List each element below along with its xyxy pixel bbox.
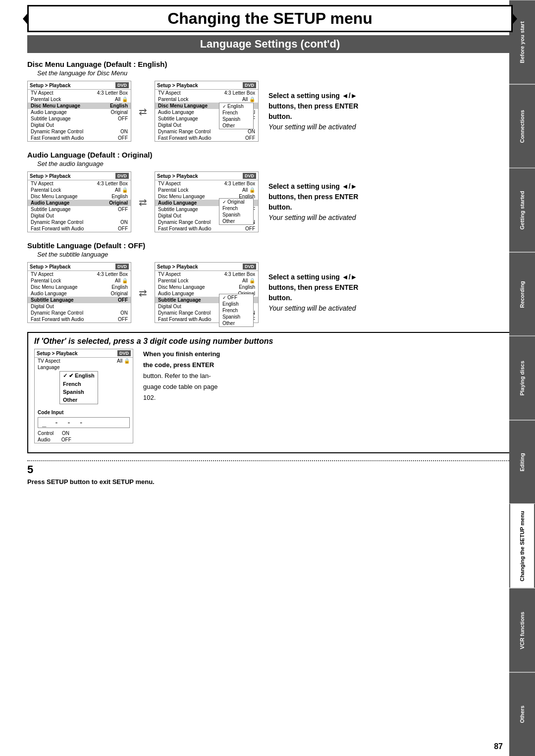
menu-row: Dynamic Range ControlON [28, 310, 131, 316]
menu-row: Parental LockAll 🔒 [28, 187, 131, 193]
disc-menu-left-header: Setup > Playback DVD [28, 81, 131, 90]
subtitle-lang-section: Subtitle Language (Default : OFF) Set th… [27, 241, 513, 323]
menu-row: Fast Forward with AudioOFF [28, 135, 131, 141]
dropdown-item[interactable]: French [219, 307, 253, 314]
dropdown-item[interactable]: French [219, 205, 253, 212]
dropdown-item[interactable]: Other [219, 218, 253, 224]
audio-lang-right-box: Setup > Playback DVD TV Aspect4:3 Letter… [155, 171, 259, 232]
code-dropdown-area: Language ✔ English French Spanish Other [35, 364, 133, 409]
enter-text-line5: 102. [143, 394, 156, 401]
dropdown-item[interactable]: Spanish [219, 116, 253, 122]
sidebar-tab-getting-started[interactable]: Getting started [509, 168, 535, 252]
sidebar-tab-changing-setup[interactable]: Changing the SETUP menu [509, 504, 535, 588]
enter-text-line3: button. Refer to the lan- [143, 372, 211, 379]
audio-lang-header: Audio Language (Default : Original) [27, 151, 513, 159]
subtitle-lang-right-header: Setup > Playback DVD [155, 263, 258, 271]
instruction-line3: button. [268, 294, 292, 302]
menu-row: Parental LockAll 🔒 [28, 277, 131, 284]
subtitle-lang-dropdown: OFF English French Spanish Other [219, 294, 254, 327]
code-input-box: Setup > Playback DVD TV AspectAll 🔒 Lang… [34, 349, 133, 443]
audio-lang-subtitle: Set the audio language [37, 160, 513, 167]
disc-menu-row: Setup > Playback DVD TV Aspect4:3 Letter… [27, 81, 513, 142]
dropdown-english[interactable]: ✔ English [60, 372, 98, 380]
instruction-line1: Select a setting using ◄/► [268, 182, 357, 190]
instruction-line2: buttons, then press ENTER [268, 193, 358, 201]
dropdown-item[interactable]: Spanish [219, 314, 253, 320]
menu-row: Digital Out [28, 122, 131, 128]
subtitle-lang-left-box: Setup > Playback DVD TV Aspect4:3 Letter… [27, 262, 131, 323]
menu-row: TV Aspect4:3 Letter Box [155, 271, 258, 277]
dropdown-french[interactable]: French [60, 380, 98, 388]
highlight-box-title: If 'Other' is selected, press a 3 digit … [34, 337, 506, 346]
subtitle-lang-right-box: Setup > Playback DVD TV Aspect4:3 Letter… [155, 262, 259, 323]
dropdown-item[interactable]: Spanish [219, 212, 253, 218]
menu-row: TV Aspect4:3 Letter Box [28, 180, 131, 187]
disc-menu-header: Disc Menu Language (Default : English) [27, 60, 513, 68]
enter-text-line4: guage code table on page [143, 383, 217, 390]
language-row: Language [35, 364, 133, 371]
disc-menu-left-title: Setup > Playback [30, 83, 71, 88]
menu-row: Dynamic Range ControlON [28, 128, 131, 135]
menu-row: Subtitle LanguageOFF [28, 206, 131, 213]
menu-row: Digital Out [28, 303, 131, 310]
instruction-line2: buttons, then press ENTER [268, 283, 358, 291]
menu-row-highlighted: Subtitle LanguageOFF [28, 297, 131, 303]
language-dropdown: ✔ English French Spanish Other [59, 371, 98, 404]
dropdown-item[interactable]: English [219, 103, 253, 109]
menu-row-highlighted: Audio LanguageOriginal [28, 200, 131, 206]
menu-row: Fast Forward with AudioOFF [28, 225, 131, 232]
instruction-line1: Select a setting using ◄/► [268, 273, 357, 281]
sidebar-tab-others[interactable]: Others [509, 672, 535, 756]
menu-row: TV Aspect4:3 Letter Box [155, 90, 258, 96]
disc-menu-right-header: Setup > Playback DVD [155, 81, 258, 90]
menu-row: Audio LanguageOriginal [28, 109, 131, 115]
audio-lang-instruction: Select a setting using ◄/► buttons, then… [264, 181, 513, 223]
subtitle-lang-left-header: Setup > Playback DVD [28, 263, 131, 271]
control-row: Control ON [35, 430, 133, 436]
sidebar-tab-vcr-functions[interactable]: VCR functions [509, 588, 535, 672]
instruction-line2: buttons, then press ENTER [268, 102, 358, 110]
disc-menu-subtitle: Set the language for Disc Menu [37, 69, 513, 77]
dropdown-item[interactable]: Other [219, 122, 253, 129]
instruction-line4: Your setting will be activated [268, 304, 356, 312]
dropdown-item[interactable]: Other [219, 320, 253, 326]
audio-lang-left-box: Setup > Playback DVD TV Aspect4:3 Letter… [27, 171, 131, 232]
menu-row: Audio LanguageOriginal [28, 290, 131, 297]
disc-menu-right-title: Setup > Playback [157, 83, 198, 88]
menu-row: Disc Menu LanguageEnglish [155, 284, 258, 290]
disc-menu-instruction: Select a setting using ◄/► buttons, then… [264, 91, 513, 132]
menu-row: Subtitle LanguageOFF [28, 115, 131, 122]
menu-row: Disc Menu LanguageEnglish [28, 193, 131, 200]
press-setup-text: Press SETUP button to exit SETUP menu. [27, 478, 513, 486]
sidebar-tab-editing[interactable]: Editing [509, 420, 535, 504]
arrow-icon: ⇄ [136, 196, 150, 208]
dropdown-other[interactable]: Other [60, 396, 98, 404]
subtitle-lang-instruction: Select a setting using ◄/► buttons, then… [264, 272, 513, 314]
sidebar-tab-connections[interactable]: Connections [509, 84, 535, 168]
audio-lang-left-header: Setup > Playback DVD [28, 172, 131, 180]
dropdown-item[interactable]: French [219, 109, 253, 116]
dropdown-item[interactable]: OFF [219, 294, 253, 301]
page-number: 5 [27, 463, 513, 476]
audio-lang-row: Setup > Playback DVD TV Aspect4:3 Letter… [27, 171, 513, 232]
menu-row: Fast Forward with AudioOFF [28, 316, 131, 323]
menu-row: Parental LockAll 🔒 [28, 96, 131, 103]
subtitle-lang-header: Subtitle Language (Default : OFF) [27, 241, 513, 250]
audio-lang-right-header: Setup > Playback DVD [155, 172, 258, 180]
highlight-box: If 'Other' is selected, press a 3 digit … [27, 332, 513, 453]
sidebar-tab-recording[interactable]: Recording [509, 252, 535, 336]
menu-row: Parental LockAll 🔒 [155, 187, 258, 193]
code-input-field[interactable]: _ - - - [38, 417, 130, 428]
dropdown-item[interactable]: Original [219, 199, 253, 205]
instruction-line3: button. [268, 203, 292, 211]
subtitle-lang-row: Setup > Playback DVD TV Aspect4:3 Letter… [27, 262, 513, 323]
dropdown-spanish[interactable]: Spanish [60, 388, 98, 396]
disc-menu-left-badge: DVD [115, 82, 129, 88]
sidebar-tab-playing-discs[interactable]: Playing discs [509, 336, 535, 420]
dropdown-item[interactable]: English [219, 301, 253, 307]
audio-row: Audio OFF [35, 436, 133, 443]
instruction-line4: Your setting will be activated [268, 123, 356, 131]
menu-row: Digital Out [28, 213, 131, 219]
menu-row: Fast Forward with AudioOFF [155, 135, 258, 141]
menu-row: TV AspectAll 🔒 [35, 358, 133, 364]
